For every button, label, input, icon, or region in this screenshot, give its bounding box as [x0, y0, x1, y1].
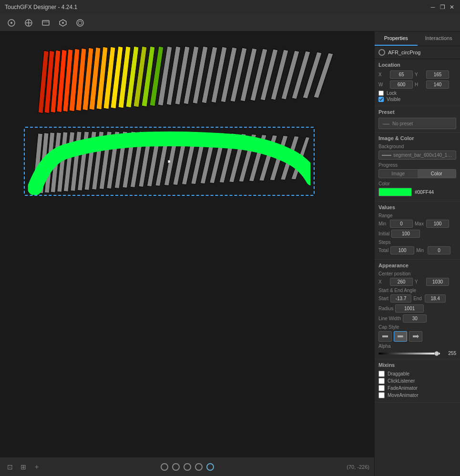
- main-layout: ⊡ ⊞ ＋ (70, -226) Properties Interactions…: [0, 31, 460, 476]
- lock-checkbox[interactable]: [378, 91, 384, 96]
- center-xy-row: X Y: [378, 278, 456, 286]
- minimize-button[interactable]: ─: [429, 4, 436, 10]
- h-input[interactable]: [426, 81, 449, 89]
- moveanimator-label: MoveAnimator: [388, 393, 418, 398]
- section-mixins: Mixins Draggable ClickListener FadeAnima…: [375, 359, 460, 403]
- tab-interactions[interactable]: Interactions: [418, 31, 460, 46]
- initial-input[interactable]: [391, 230, 420, 238]
- grid-icon[interactable]: ⊞: [18, 462, 29, 472]
- x-input[interactable]: [390, 71, 413, 79]
- toggle-color-btn[interactable]: Color: [418, 170, 456, 178]
- coord-display: (70, -226): [347, 464, 369, 470]
- color-swatch[interactable]: [378, 188, 412, 196]
- cap-arrow-button[interactable]: [409, 331, 422, 342]
- end-label: End: [413, 296, 423, 301]
- tab-properties[interactable]: Properties: [375, 31, 418, 46]
- total-input[interactable]: [390, 246, 414, 254]
- cap-round-button[interactable]: [394, 331, 407, 342]
- toolbar-btn-2[interactable]: [38, 16, 53, 30]
- draggable-checkbox[interactable]: [378, 371, 385, 377]
- cx-input[interactable]: [390, 278, 413, 286]
- nav-dot-3[interactable]: [195, 463, 203, 471]
- preset-dash-icon: —: [383, 120, 389, 127]
- fadeanimator-checkbox[interactable]: [378, 385, 385, 391]
- range-label: Range: [378, 213, 456, 218]
- right-panel: Properties Interactions AFR_circProg Loc…: [374, 31, 460, 476]
- max-input[interactable]: [426, 220, 449, 228]
- navigation-dots: [161, 463, 214, 471]
- moveanimator-checkbox[interactable]: [378, 392, 385, 398]
- steps-min-input[interactable]: [428, 246, 450, 254]
- linewidth-input[interactable]: [403, 314, 427, 323]
- section-preset: Preset — No preset: [375, 106, 460, 132]
- visible-checkbox[interactable]: [378, 97, 384, 102]
- appearance-title: Appearance: [378, 263, 456, 268]
- image-color-title: Image & Color: [378, 135, 456, 141]
- angle-label: Start & End Angle: [378, 288, 456, 293]
- cap-style-row: [378, 331, 456, 342]
- canvas-bottom: ⊡ ⊞ ＋ (70, -226): [0, 457, 374, 476]
- clicklistener-checkbox[interactable]: [378, 378, 385, 384]
- maximize-button[interactable]: ❐: [439, 4, 446, 10]
- widget-type-icon: [378, 49, 385, 56]
- bottom-arc-selection[interactable]: [24, 127, 315, 196]
- fadeanimator-row: FadeAnimator: [378, 385, 456, 391]
- y-input[interactable]: [426, 71, 449, 79]
- nav-dot-2[interactable]: [184, 463, 191, 471]
- preset-label: No preset: [392, 121, 413, 126]
- progress-label: Progress: [378, 162, 456, 168]
- capstyle-label: Cap Style: [378, 324, 456, 330]
- cy-input[interactable]: [426, 278, 449, 286]
- start-end-row: Start End: [378, 294, 456, 303]
- y-label: Y: [415, 72, 424, 77]
- w-input[interactable]: [390, 81, 413, 89]
- window-controls: ─ ❐ ✕: [429, 4, 455, 10]
- plus-icon[interactable]: ＋: [31, 462, 42, 472]
- end-input[interactable]: [425, 294, 446, 303]
- toolbar-btn-4[interactable]: [72, 16, 88, 30]
- toolbar-btn-1[interactable]: [21, 16, 36, 30]
- location-wh-row: W H: [378, 81, 456, 89]
- nav-dot-4[interactable]: [206, 463, 214, 471]
- image-color-toggle: Image Color: [378, 169, 456, 178]
- bg-image-row: segment_bar_600x140_1_bac...: [378, 151, 456, 160]
- mixins-title: Mixins: [378, 362, 456, 368]
- location-xy-row: X Y: [378, 71, 456, 79]
- start-input[interactable]: [390, 294, 411, 303]
- min-input[interactable]: [390, 220, 413, 228]
- preset-button[interactable]: — No preset: [378, 118, 456, 129]
- lock-row: Lock: [378, 91, 456, 96]
- fit-icon[interactable]: ⊡: [5, 462, 15, 472]
- canvas-area[interactable]: ⊡ ⊞ ＋ (70, -226): [0, 31, 374, 476]
- alpha-slider[interactable]: [378, 353, 440, 354]
- title-bar: TouchGFX Designer - 4.24.1 ─ ❐ ✕: [0, 0, 460, 14]
- toggle-image-btn[interactable]: Image: [379, 170, 418, 178]
- color-row: #00FF44: [378, 188, 456, 196]
- initial-row: Initial: [378, 230, 456, 238]
- section-location: Location X Y W H Lock Visible: [375, 59, 460, 106]
- cx-label: X: [378, 279, 388, 284]
- max-label: Max: [415, 221, 424, 226]
- linewidth-row: Line Width: [378, 314, 456, 323]
- draggable-row: Draggable: [378, 371, 456, 377]
- radius-input[interactable]: [395, 304, 424, 313]
- min-label: Min: [378, 221, 388, 226]
- linewidth-label: Line Width: [378, 316, 401, 321]
- fadeanimator-label: FadeAnimator: [388, 385, 418, 391]
- app-title: TouchGFX Designer - 4.24.1: [5, 4, 77, 10]
- cap-flat-button[interactable]: [378, 331, 392, 342]
- toolbar-btn-0[interactable]: [4, 16, 19, 30]
- canvas-tools: ⊡ ⊞ ＋: [5, 462, 42, 472]
- svg-rect-5: [42, 20, 49, 25]
- svg-rect-16: [413, 335, 417, 337]
- alpha-label: Alpha: [378, 344, 456, 349]
- nav-dot-1[interactable]: [172, 463, 180, 471]
- nav-dot-0[interactable]: [161, 463, 168, 471]
- close-button[interactable]: ✕: [449, 4, 455, 10]
- alpha-value: 255: [443, 351, 456, 356]
- values-title: Values: [378, 204, 456, 210]
- center-pos-label: Center position: [378, 271, 456, 276]
- svg-point-1: [10, 22, 12, 24]
- draggable-label: Draggable: [388, 371, 409, 376]
- toolbar-btn-3[interactable]: [55, 16, 71, 30]
